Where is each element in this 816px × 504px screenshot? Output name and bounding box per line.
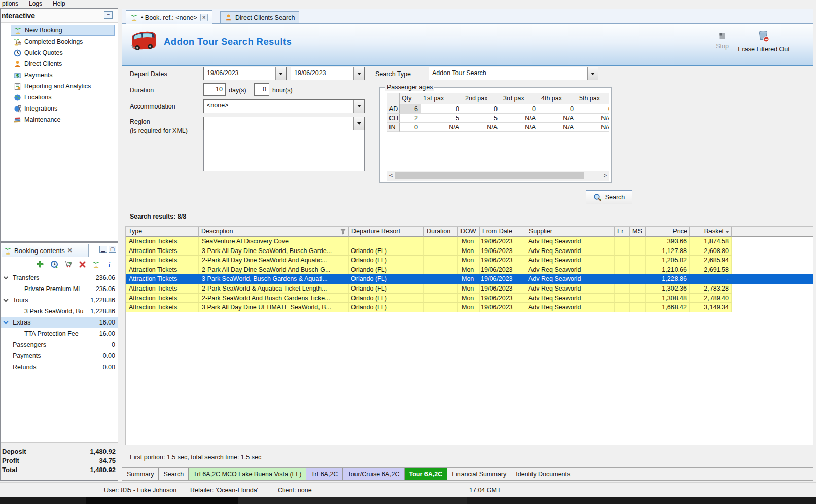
tree-item-3-park-seaworld-bu[interactable]: 3 Park SeaWorld, Bu1,228.86	[1, 306, 118, 317]
bottom-tab-tour-6a-2c[interactable]: Tour 6A,2C	[405, 468, 448, 480]
pax-cell[interactable]: 0	[463, 104, 501, 114]
search-button[interactable]: Search	[586, 190, 632, 204]
tree-item-passengers[interactable]: Passengers0	[1, 339, 118, 350]
bottom-tab-trf-6a-2c[interactable]: Trf 6A,2C	[306, 468, 343, 480]
chevron-down-icon[interactable]	[353, 100, 364, 113]
results-col-supplier[interactable]: Supplier	[526, 227, 615, 237]
pax-cell[interactable]: N/A	[421, 123, 463, 132]
tree-item-refunds[interactable]: Refunds0.00	[1, 362, 118, 373]
scrollbar-thumb[interactable]	[395, 172, 584, 179]
tree-item-transfers[interactable]: Transfers236.06	[1, 272, 118, 283]
chevron-down-icon[interactable]	[275, 67, 286, 80]
result-row-3[interactable]: Attraction Tickets2-Park All Day Dine Se…	[126, 256, 813, 265]
basket-cart-icon[interactable]	[64, 260, 73, 268]
region-listbox[interactable]	[203, 130, 365, 171]
pax-cell[interactable]: 6	[400, 104, 421, 114]
collapse-panel-button[interactable]: −	[104, 11, 113, 19]
pax-cell[interactable]: N/A	[463, 123, 501, 132]
sidebar-item-quick-quotes[interactable]: Quick Quotes	[11, 47, 115, 58]
results-col-type[interactable]: Type	[126, 227, 199, 237]
info-icon[interactable]: i	[106, 261, 113, 268]
tree-item-extras[interactable]: Extras16.00	[1, 317, 118, 328]
pax-cell[interactable]: 0	[539, 104, 577, 114]
results-col-er[interactable]: Er	[615, 227, 630, 237]
pax-cell[interactable]: 0	[421, 104, 463, 114]
chevron-down-icon[interactable]	[587, 67, 598, 80]
sidebar-item-payments[interactable]: $Payments	[11, 69, 115, 81]
menu-help[interactable]: Help	[53, 0, 65, 7]
pax-cell[interactable]: 2	[400, 114, 421, 123]
passenger-ages-table[interactable]: Qty1st pax2nd pax3rd pax4th pax5th pax6t…	[387, 93, 609, 134]
pax-cell[interactable]: N/A	[501, 123, 539, 132]
funnel-icon[interactable]	[340, 228, 346, 235]
pax-cell[interactable]: N/A	[539, 114, 577, 123]
pax-cell[interactable]: N/A	[577, 114, 609, 123]
horizontal-scrollbar[interactable]: < >	[387, 171, 609, 181]
pax-cell[interactable]: 5	[421, 114, 463, 123]
results-col-description[interactable]: Description	[199, 227, 349, 237]
results-col-dow[interactable]: DOW	[458, 227, 480, 237]
depart-date-to-combo[interactable]: 19/06/2023	[291, 67, 365, 80]
tab-direct-clients-search[interactable]: Direct Clients Search	[220, 11, 299, 24]
results-col-basket[interactable]: Basket	[690, 227, 732, 237]
chevron-down-icon[interactable]	[4, 319, 9, 325]
sidebar-item-integrations[interactable]: Integrations	[11, 103, 115, 114]
scroll-left-icon[interactable]: <	[387, 171, 395, 181]
menu-logs[interactable]: Logs	[29, 0, 42, 7]
add-icon[interactable]	[36, 260, 44, 268]
splitter[interactable]	[122, 9, 122, 481]
tab-booking-ref[interactable]: • Book. ref.: <none> ×	[126, 10, 212, 24]
bottom-tab-identity-documents[interactable]: Identity Documents	[511, 468, 575, 480]
pax-cell[interactable]: N/A	[539, 123, 577, 132]
sidebar-item-new-booking[interactable]: New Booking	[11, 25, 115, 36]
sidebar-item-maintenance[interactable]: Maintenance	[11, 114, 115, 125]
results-col-price[interactable]: Price	[646, 227, 690, 237]
depart-date-from-combo[interactable]: 19/06/2023	[203, 67, 287, 80]
accommodation-combo[interactable]: <none>	[203, 99, 365, 113]
pax-cell[interactable]: N/A	[501, 114, 539, 123]
chevron-down-icon[interactable]	[4, 297, 9, 302]
region-combo[interactable]	[203, 117, 365, 130]
tree-item-tours[interactable]: Tours1,228.86	[1, 295, 118, 306]
erase-filtered-out-button[interactable]: Erase Filtered Out	[733, 30, 794, 53]
quick-quote-clock-icon[interactable]	[50, 260, 58, 268]
search-type-combo[interactable]: Addon Tour Search	[429, 67, 598, 80]
sidebar-item-reporting-and-analytics[interactable]: Reporting and Analytics	[11, 81, 115, 92]
duration-days-input[interactable]: 10	[203, 83, 226, 96]
chevron-down-icon[interactable]	[353, 67, 364, 80]
results-col-duration[interactable]: Duration	[424, 227, 458, 237]
duration-hours-input[interactable]: 0	[254, 83, 269, 96]
close-icon[interactable]: ✕	[67, 247, 73, 254]
result-row-7[interactable]: Attraction Tickets2-Park SeaWorld And Bu…	[126, 294, 813, 303]
minimize-panel-button[interactable]: ▁	[99, 246, 107, 253]
delete-icon[interactable]	[79, 261, 86, 268]
result-row-8[interactable]: Attraction Tickets3 Park All Day Dine UL…	[126, 303, 813, 312]
menu-ptions[interactable]: ptions	[2, 0, 18, 7]
taskbar[interactable]	[0, 497, 816, 504]
bottom-tab-search[interactable]: Search	[159, 468, 189, 480]
bottom-tab-trf-6a-2c-mco-lake-buena-vista-fl[interactable]: Trf 6A,2C MCO Lake Buena Vista (FL)	[189, 468, 306, 480]
result-row-4[interactable]: Attraction Tickets2-Park All Day Dine Se…	[126, 265, 813, 275]
results-col-departure-resort[interactable]: Departure Resort	[349, 227, 424, 237]
pax-cell[interactable]: 0	[577, 104, 609, 114]
results-col-ms[interactable]: MS	[630, 227, 646, 237]
booking-contents-tab[interactable]: Booking contents ✕	[2, 244, 89, 257]
sidebar-item-completed-bookings[interactable]: Completed Bookings	[11, 36, 115, 47]
pax-cell[interactable]: 5	[463, 114, 501, 123]
bottom-tab-summary[interactable]: Summary	[122, 468, 159, 480]
pax-cell[interactable]: N/A	[577, 123, 609, 132]
tree-item-private-premium-mi[interactable]: Private Premium Mi236.06	[1, 283, 118, 295]
palm-tree-icon[interactable]	[92, 261, 100, 268]
sidebar-item-locations[interactable]: Locations	[11, 92, 115, 103]
tree-item-payments[interactable]: Payments0.00	[1, 350, 118, 362]
maximize-panel-button[interactable]: ▢	[109, 246, 116, 253]
chevron-down-icon[interactable]	[353, 117, 364, 130]
bottom-tab-financial-summary[interactable]: Financial Summary	[447, 468, 511, 480]
scroll-right-icon[interactable]: >	[601, 171, 609, 181]
pax-cell[interactable]: 0	[400, 123, 421, 132]
result-row-1[interactable]: Attraction TicketsSeaVenture At Discover…	[126, 237, 813, 246]
bottom-tab-tour-cruise-6a-2c[interactable]: Tour/Cruise 6A,2C	[343, 468, 404, 480]
result-row-5[interactable]: Attraction Tickets3 Park SeaWorld, Busch…	[126, 274, 813, 284]
result-row-2[interactable]: Attraction Tickets3 Park All Day Dine Se…	[126, 246, 813, 256]
sidebar-item-direct-clients[interactable]: Direct Clients	[11, 58, 115, 69]
